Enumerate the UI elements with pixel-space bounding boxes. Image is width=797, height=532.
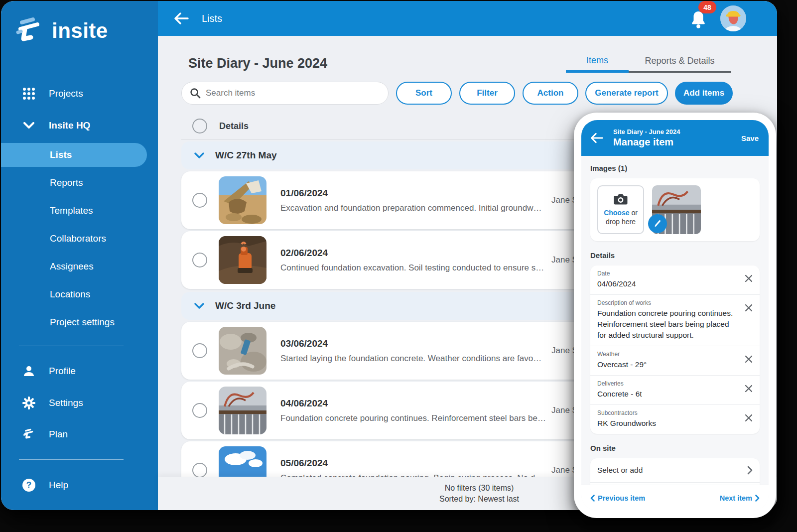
chevron-left-icon <box>590 495 595 502</box>
plan-brand-icon <box>22 428 36 441</box>
clear-field-icon[interactable] <box>745 355 753 363</box>
sidebar-item-lists[interactable]: Lists <box>1 143 147 167</box>
brand-logo: insite <box>14 17 108 45</box>
item-thumbnail <box>219 236 266 284</box>
on-site-card: Select or add Jane Smith <box>590 458 760 485</box>
sidebar-item-templates[interactable]: Templates <box>50 205 93 216</box>
sidebar-item-label: Profile <box>49 366 76 377</box>
grid-icon <box>22 87 36 100</box>
brand-logo-icon <box>14 17 45 45</box>
person-icon <box>22 365 36 377</box>
column-header-label: Details <box>219 121 249 132</box>
sidebar-item-profile[interactable]: Profile <box>1 360 158 383</box>
sidebar-item-collaborators[interactable]: Collaborators <box>50 233 106 244</box>
field-date[interactable]: Date 04/06/2024 <box>590 266 760 294</box>
brand-name: insite <box>52 19 108 43</box>
tab-items[interactable]: Items <box>566 51 629 73</box>
sidebar-item-locations[interactable]: Locations <box>50 289 90 300</box>
clear-field-icon[interactable] <box>745 385 753 393</box>
action-button[interactable]: Action <box>523 82 578 105</box>
item-thumbnail <box>219 327 266 375</box>
tab-reports-details[interactable]: Reports & Details <box>629 51 731 73</box>
sidebar-item-insite-hq[interactable]: Insite HQ <box>1 114 158 137</box>
field-value: Foundation concrete pouring continues. R… <box>597 308 738 341</box>
panel-body: Images (1) Choose or drop here <box>581 156 769 485</box>
clear-field-icon[interactable] <box>745 304 753 312</box>
sidebar-item-label: Insite HQ <box>49 120 90 131</box>
camera-icon <box>614 193 628 205</box>
item-date: 05/06/2024 <box>280 458 557 469</box>
field-subcontractors[interactable]: Subcontractors RK Groundworks <box>590 404 760 434</box>
field-value: 04/06/2024 <box>597 278 738 289</box>
select-or-add-row[interactable]: Select or add <box>590 458 760 482</box>
item-thumbnail <box>219 387 266 434</box>
panel-header: Site Diary - June 2024 Manage item Save <box>581 120 769 156</box>
row-checkbox[interactable] <box>192 403 207 418</box>
notifications-bell-icon[interactable]: 48 <box>689 10 707 31</box>
next-item-button[interactable]: Next item <box>720 494 760 502</box>
panel-footer: Previous item Next item <box>581 485 769 511</box>
select-all-checkbox[interactable] <box>192 119 207 133</box>
select-or-add-label: Select or add <box>597 466 643 475</box>
topbar: Lists 48 <box>158 1 777 36</box>
sidebar-item-label: Projects <box>49 88 83 99</box>
item-text: 01/06/2024 Excavation and foundation pre… <box>280 188 557 213</box>
upload-text: Choose or drop here <box>604 208 638 226</box>
field-deliveries[interactable]: Deliveries Concrete - 6t <box>590 375 760 404</box>
on-site-section-label: On site <box>590 444 760 452</box>
clear-field-icon[interactable] <box>745 414 753 422</box>
sidebar-item-label: Settings <box>49 398 83 408</box>
chevron-down-icon <box>194 152 204 159</box>
gear-icon <box>22 397 36 409</box>
choose-file-link[interactable]: Choose <box>604 209 629 217</box>
panel-titles: Site Diary - June 2024 Manage item <box>613 128 680 148</box>
row-checkbox[interactable] <box>192 463 207 478</box>
sidebar-item-assignees[interactable]: Assignees <box>50 261 94 272</box>
field-label: Weather <box>597 351 738 358</box>
help-icon: ? <box>22 479 36 492</box>
row-checkbox[interactable] <box>192 343 207 358</box>
search-icon <box>190 88 201 99</box>
sidebar-item-projects[interactable]: Projects <box>1 82 158 105</box>
clear-field-icon[interactable] <box>745 274 753 282</box>
toolbar: Sort Filter Action Generate report Add i… <box>181 82 733 105</box>
panel-title: Manage item <box>613 136 680 148</box>
avatar[interactable] <box>720 5 746 31</box>
sidebar-item-help[interactable]: ? Help <box>1 474 158 497</box>
manage-item-panel-inner: Site Diary - June 2024 Manage item Save … <box>581 120 769 511</box>
topbar-actions: 48 <box>689 1 746 36</box>
sidebar-item-reports[interactable]: Reports <box>50 177 83 188</box>
search-input[interactable] <box>206 88 380 98</box>
sidebar: insite Projects Insite HQ Lists Reports … <box>1 1 158 510</box>
filter-button[interactable]: Filter <box>459 82 515 105</box>
item-description: Started laying the foundation concrete. … <box>280 354 557 364</box>
sidebar-item-plan[interactable]: Plan <box>1 423 158 446</box>
sort-button[interactable]: Sort <box>396 82 452 105</box>
item-date: 02/06/2024 <box>280 248 557 259</box>
row-checkbox[interactable] <box>192 193 207 208</box>
row-checkbox[interactable] <box>192 253 207 267</box>
generate-report-button[interactable]: Generate report <box>585 82 668 105</box>
item-description: Continued foundation excavation. Soil te… <box>280 263 557 273</box>
image-upload-dropzone[interactable]: Choose or drop here <box>597 185 644 234</box>
notification-badge: 48 <box>698 1 716 13</box>
item-date: 01/06/2024 <box>280 188 557 199</box>
sidebar-item-settings[interactable]: Settings <box>1 392 158 414</box>
field-weather[interactable]: Weather Overcast - 29° <box>590 346 760 375</box>
item-date: 04/06/2024 <box>280 398 557 409</box>
edit-image-brush-icon[interactable] <box>648 214 667 233</box>
field-description-of-works[interactable]: Description of works Foundation concrete… <box>590 294 760 346</box>
field-value: Overcast - 29° <box>597 359 738 370</box>
sidebar-item-project-settings[interactable]: Project settings <box>50 317 115 328</box>
save-button[interactable]: Save <box>741 134 759 142</box>
uploaded-image[interactable] <box>652 185 701 234</box>
back-arrow-icon[interactable] <box>174 12 189 24</box>
sidebar-divider <box>19 459 124 460</box>
chevron-right-icon <box>755 495 760 502</box>
panel-back-arrow-icon[interactable] <box>590 133 603 143</box>
previous-item-button[interactable]: Previous item <box>590 494 645 502</box>
images-section-label: Images (1) <box>590 164 760 172</box>
sidebar-divider <box>19 346 124 346</box>
add-items-button[interactable]: Add items <box>675 82 733 105</box>
item-thumbnail <box>219 176 266 224</box>
